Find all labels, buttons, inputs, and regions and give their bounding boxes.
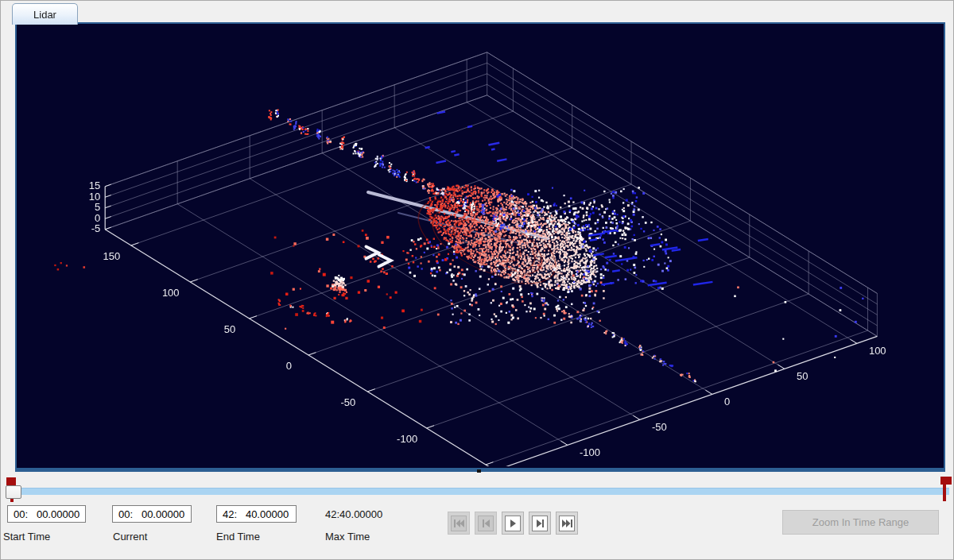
end-time-field[interactable]: 42: 40.00000 (216, 505, 297, 523)
start-time-label: Start Time (3, 531, 50, 543)
max-time-label: Max Time (325, 531, 370, 543)
end-time-value: 42: 40.00000 (223, 508, 289, 520)
zoom-in-time-range-button[interactable]: Zoom In Time Range (782, 510, 939, 535)
playback-play-icon (505, 516, 521, 531)
playback-skip-to-start-button[interactable] (448, 512, 470, 535)
tab-lidar[interactable]: Lidar (12, 3, 78, 25)
axes-corner-marker (477, 469, 481, 473)
range-start-marker-flag[interactable] (6, 477, 16, 485)
time-slider-thumb[interactable] (6, 485, 21, 499)
start-time-value: 00: 00.00000 (14, 508, 80, 520)
lidar-plot-panel (15, 22, 945, 472)
point-cloud-canvas[interactable] (17, 24, 944, 466)
range-end-marker-flag[interactable] (940, 477, 952, 485)
max-time-value: 42:40.00000 (325, 508, 382, 520)
playback-skip-to-end-button[interactable] (556, 512, 578, 535)
playback-step-back-button[interactable] (475, 512, 497, 535)
playback-skip-to-start-icon (451, 516, 467, 531)
playback-skip-to-end-icon (559, 516, 575, 531)
current-time-field[interactable]: 00: 00.00000 (112, 505, 192, 523)
range-end-marker-stem (943, 485, 946, 501)
playback-play-button[interactable] (502, 512, 524, 535)
zoom-in-time-range-label: Zoom In Time Range (812, 516, 909, 528)
playback-step-forward-icon (532, 516, 548, 531)
current-time-label: Current (113, 531, 147, 543)
start-time-field[interactable]: 00: 00.00000 (7, 505, 86, 523)
app-window: Lidar 00: 00.00000 00: 00.00000 42: 40.0… (0, 0, 954, 560)
current-time-value: 00: 00.00000 (118, 508, 184, 520)
end-time-label: End Time (216, 531, 260, 543)
time-slider-track[interactable] (6, 488, 949, 495)
playback-step-forward-button[interactable] (529, 512, 551, 535)
tab-lidar-label: Lidar (33, 9, 56, 21)
playback-step-back-icon (478, 516, 494, 531)
